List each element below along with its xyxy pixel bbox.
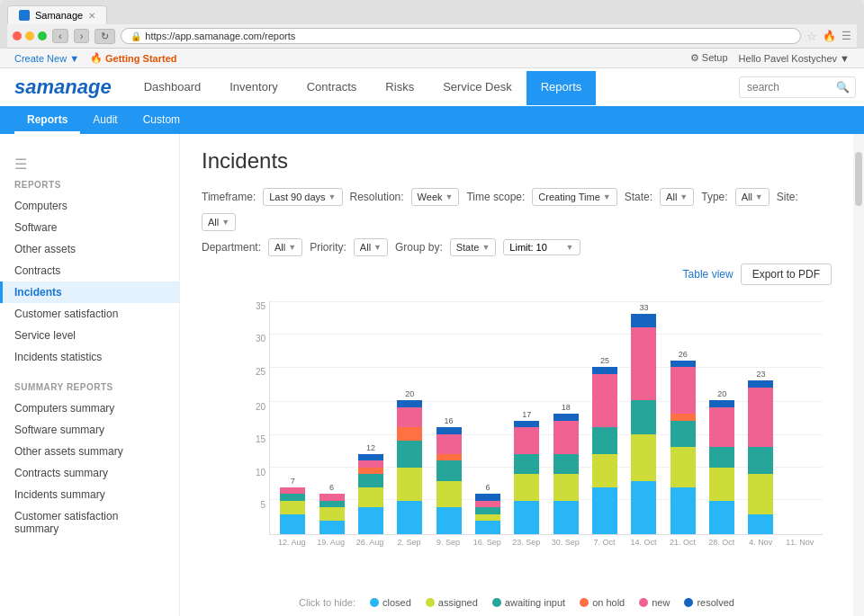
bar-segment-resolved[interactable] xyxy=(748,380,773,387)
nav-tab-risks[interactable]: Risks xyxy=(371,71,428,105)
bar-segment-awaiting[interactable] xyxy=(554,454,579,474)
timeframe-select[interactable]: Last 90 days ▼ xyxy=(263,188,342,206)
export-pdf-button[interactable]: Export to PDF xyxy=(741,263,832,285)
bar-segment-awaiting[interactable] xyxy=(709,447,734,467)
browser-menu-icon[interactable]: 🔥 xyxy=(823,30,836,42)
bar-segment-new[interactable] xyxy=(397,407,422,427)
bar-stack[interactable] xyxy=(748,380,773,534)
back-button[interactable]: ‹ xyxy=(52,29,68,43)
bar-stack[interactable] xyxy=(320,494,345,534)
bar-segment-resolved[interactable] xyxy=(592,367,617,373)
bar-segment-new[interactable] xyxy=(475,501,500,507)
bar-segment-assigned[interactable] xyxy=(554,474,579,501)
bar-segment-new[interactable] xyxy=(670,367,696,414)
setup-link[interactable]: ⚙ Setup xyxy=(690,52,728,64)
bar-stack[interactable] xyxy=(475,494,500,534)
bar-segment-resolved[interactable] xyxy=(436,427,462,433)
bar-segment-assigned[interactable] xyxy=(748,474,773,514)
bar-segment-closed[interactable] xyxy=(554,501,579,534)
bar-stack[interactable] xyxy=(592,367,617,534)
bar-segment-resolved[interactable] xyxy=(709,400,734,406)
legend-item-assigned[interactable]: assigned xyxy=(426,597,478,608)
bar-segment-new[interactable] xyxy=(358,460,383,467)
timescope-select[interactable]: Creating Time ▼ xyxy=(532,188,616,206)
priority-select[interactable]: All ▼ xyxy=(354,238,388,256)
bar-segment-assigned[interactable] xyxy=(592,454,617,487)
sidebar-item-service-level[interactable]: Service level xyxy=(0,325,179,346)
sidebar-item-customer-satisfaction-summary[interactable]: Customer satisfaction summary xyxy=(0,505,179,540)
bar-segment-resolved[interactable] xyxy=(514,421,539,427)
bar-segment-awaiting[interactable] xyxy=(320,501,345,507)
bar-segment-onhold[interactable] xyxy=(397,427,422,441)
bar-segment-closed[interactable] xyxy=(670,487,696,534)
bar-stack[interactable] xyxy=(514,421,539,534)
bar-segment-resolved[interactable] xyxy=(554,414,579,420)
bar-segment-closed[interactable] xyxy=(397,501,422,534)
bar-segment-new[interactable] xyxy=(748,388,773,448)
tab-close-button[interactable]: ✕ xyxy=(88,11,95,21)
bar-segment-awaiting[interactable] xyxy=(358,474,383,487)
legend-item-awaiting[interactable]: awaiting input xyxy=(492,597,565,608)
bar-segment-assigned[interactable] xyxy=(280,501,305,514)
bar-segment-onhold[interactable] xyxy=(358,468,383,474)
bar-segment-assigned[interactable] xyxy=(358,487,383,507)
resolution-select[interactable]: Week ▼ xyxy=(411,188,460,206)
state-select[interactable]: All ▼ xyxy=(660,188,694,206)
bar-segment-closed[interactable] xyxy=(320,521,345,534)
bar-segment-awaiting[interactable] xyxy=(514,454,539,474)
legend-item-onhold[interactable]: on hold xyxy=(580,597,625,608)
sidebar-item-other-assets[interactable]: Other assets xyxy=(0,238,179,260)
sidebar-item-customer-satisfaction[interactable]: Customer satisfaction xyxy=(0,303,179,325)
dept-select[interactable]: All ▼ xyxy=(268,238,302,256)
bar-stack[interactable] xyxy=(554,414,579,534)
create-new-button[interactable]: Create New ▼ xyxy=(14,53,79,64)
sub-nav-custom[interactable]: Custom xyxy=(130,108,193,134)
bar-stack[interactable] xyxy=(397,400,422,534)
hamburger-icon[interactable]: ☰ xyxy=(0,148,179,180)
bar-stack[interactable] xyxy=(436,427,462,534)
bar-segment-closed[interactable] xyxy=(748,514,773,534)
bar-segment-awaiting[interactable] xyxy=(475,507,500,513)
bar-segment-resolved[interactable] xyxy=(358,454,383,460)
bar-segment-assigned[interactable] xyxy=(320,507,345,521)
browser-tab[interactable]: Samanage ✕ xyxy=(7,5,107,24)
bar-segment-awaiting[interactable] xyxy=(397,441,422,468)
bar-segment-new[interactable] xyxy=(592,374,617,427)
sidebar-item-incidents[interactable]: Incidents xyxy=(0,281,179,303)
nav-tab-reports[interactable]: Reports xyxy=(526,71,597,105)
refresh-button[interactable]: ↻ xyxy=(94,29,115,44)
bar-segment-closed[interactable] xyxy=(709,501,734,534)
scrollbar[interactable] xyxy=(853,134,864,616)
getting-started-link[interactable]: 🔥 Getting Started xyxy=(90,52,176,64)
bar-segment-closed[interactable] xyxy=(358,507,383,534)
bar-segment-onhold[interactable] xyxy=(670,414,696,420)
bar-segment-assigned[interactable] xyxy=(631,434,656,481)
minimize-button[interactable] xyxy=(25,31,34,40)
bar-segment-new[interactable] xyxy=(280,487,305,494)
bookmark-icon[interactable]: ☆ xyxy=(806,30,817,43)
bar-segment-assigned[interactable] xyxy=(436,481,462,508)
bar-segment-assigned[interactable] xyxy=(514,474,539,501)
bar-segment-onhold[interactable] xyxy=(436,454,462,460)
sub-nav-audit[interactable]: Audit xyxy=(80,108,130,134)
site-select[interactable]: All ▼ xyxy=(202,213,236,231)
maximize-button[interactable] xyxy=(38,31,47,40)
bar-segment-assigned[interactable] xyxy=(475,514,500,521)
sidebar-item-contracts[interactable]: Contracts xyxy=(0,260,179,281)
bar-segment-closed[interactable] xyxy=(280,514,305,534)
bar-segment-resolved[interactable] xyxy=(475,494,500,500)
bar-segment-new[interactable] xyxy=(631,327,656,401)
sidebar-item-software-summary[interactable]: Software summary xyxy=(0,419,179,441)
bar-segment-closed[interactable] xyxy=(475,521,500,534)
sub-nav-reports[interactable]: Reports xyxy=(14,108,80,134)
nav-tab-contracts[interactable]: Contracts xyxy=(292,71,372,105)
type-select[interactable]: All ▼ xyxy=(735,188,770,206)
bar-segment-awaiting[interactable] xyxy=(631,400,656,433)
bar-segment-resolved[interactable] xyxy=(670,361,696,367)
sidebar-item-computers-summary[interactable]: Computers summary xyxy=(0,397,179,419)
bar-segment-new[interactable] xyxy=(320,494,345,500)
table-view-button[interactable]: Table view xyxy=(683,263,734,285)
bar-segment-new[interactable] xyxy=(436,434,462,454)
bar-stack[interactable] xyxy=(709,400,734,534)
sidebar-item-incidents-statistics[interactable]: Incidents statistics xyxy=(0,346,179,368)
